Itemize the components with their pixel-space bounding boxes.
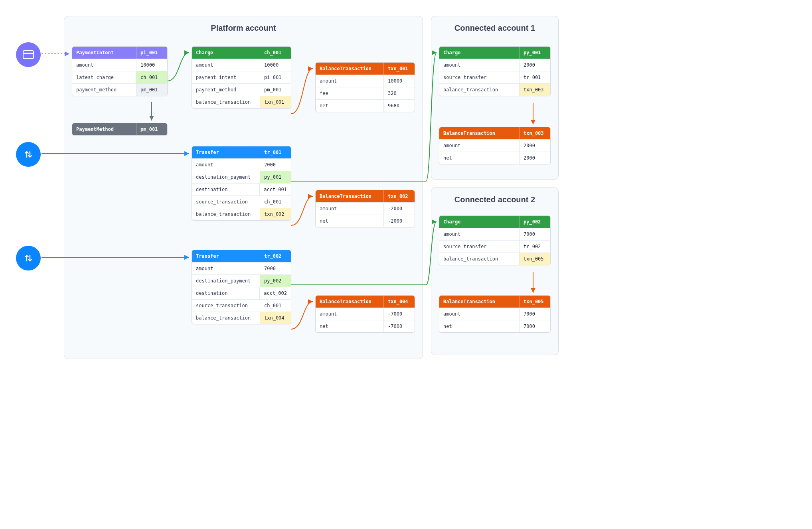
balance-transaction-card: BalanceTransaction txn_001 amount10000 f… <box>315 62 415 112</box>
card-id: py_001 <box>519 47 550 59</box>
card-id: ch_001 <box>260 47 291 59</box>
balance-transaction-card: BalanceTransaction txn_003 amount2000 ne… <box>439 127 551 164</box>
payment-intent-card: PaymentIntent pi_001 amount10000 latest_… <box>72 46 168 96</box>
charge-card: Charge py_002 amount7000 source_transfer… <box>439 215 551 265</box>
card-title: Transfer <box>192 250 260 262</box>
card-header: BalanceTransaction txn_004 <box>316 296 415 308</box>
card-header: BalanceTransaction txn_001 <box>316 63 415 75</box>
transfer-icon <box>16 142 41 167</box>
svg-rect-1 <box>23 53 34 54</box>
card-icon <box>16 42 41 67</box>
card-header: PaymentIntent pi_001 <box>72 47 167 59</box>
card-header: Transfer tr_002 <box>192 250 291 262</box>
card-title: BalanceTransaction <box>316 190 383 202</box>
card-title: Charge <box>439 216 519 228</box>
transfer-card: Transfer tr_001 amount2000 destination_p… <box>192 146 291 221</box>
card-header: BalanceTransaction txn_005 <box>439 296 550 308</box>
card-title: BalanceTransaction <box>316 296 383 308</box>
card-header: Charge py_001 <box>439 47 550 59</box>
card-id: txn_004 <box>383 296 415 308</box>
card-header: BalanceTransaction txn_002 <box>316 190 415 202</box>
card-header: BalanceTransaction txn_003 <box>439 127 550 139</box>
card-title: Transfer <box>192 146 260 158</box>
transfer-card: Transfer tr_002 amount7000 destination_p… <box>192 250 291 324</box>
card-header: Charge py_002 <box>439 216 550 228</box>
card-id: py_002 <box>519 216 550 228</box>
card-title: BalanceTransaction <box>439 296 519 308</box>
card-title: PaymentIntent <box>72 47 136 59</box>
balance-transaction-card: BalanceTransaction txn_004 amount-7000 n… <box>315 295 415 333</box>
connected-account-2-title: Connected account 2 <box>431 188 558 207</box>
card-title: Charge <box>439 47 519 59</box>
card-id: txn_003 <box>519 127 550 139</box>
card-id: txn_001 <box>383 63 415 75</box>
payment-method-card: PaymentMethod pm_001 <box>72 123 168 136</box>
card-title: PaymentMethod <box>72 123 136 135</box>
transfer-icon <box>16 246 41 270</box>
svg-rect-0 <box>23 51 34 59</box>
card-id: tr_001 <box>260 146 291 158</box>
card-header: PaymentMethod pm_001 <box>72 123 167 135</box>
connected-account-1-title: Connected account 1 <box>431 16 558 36</box>
card-id: txn_002 <box>383 190 415 202</box>
card-id: txn_005 <box>519 296 550 308</box>
charge-card: Charge py_001 amount2000 source_transfer… <box>439 46 551 96</box>
balance-transaction-card: BalanceTransaction txn_005 amount7000 ne… <box>439 295 551 333</box>
card-id: tr_002 <box>260 250 291 262</box>
diagram-canvas: Platform account Connected account 1 Con… <box>16 16 587 375</box>
card-id: pi_001 <box>136 47 167 59</box>
card-title: BalanceTransaction <box>316 63 383 75</box>
card-header: Transfer tr_001 <box>192 146 291 158</box>
charge-card: Charge ch_001 amount10000 payment_intent… <box>192 46 291 109</box>
platform-account-title: Platform account <box>64 16 423 36</box>
card-title: BalanceTransaction <box>439 127 519 139</box>
card-id: pm_001 <box>136 123 167 135</box>
card-header: Charge ch_001 <box>192 47 291 59</box>
card-title: Charge <box>192 47 260 59</box>
balance-transaction-card: BalanceTransaction txn_002 amount-2000 n… <box>315 190 415 227</box>
